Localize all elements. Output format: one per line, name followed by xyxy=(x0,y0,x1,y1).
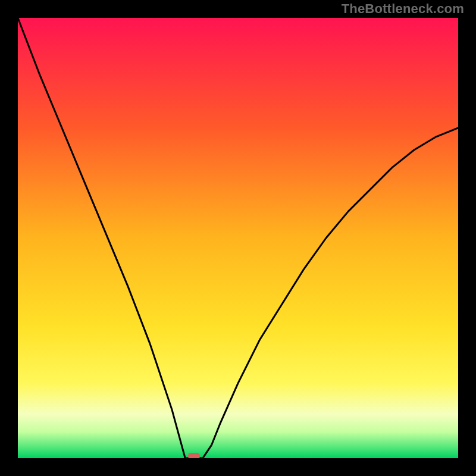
chart-frame: TheBottleneck.com xyxy=(0,0,476,476)
watermark-text: TheBottleneck.com xyxy=(342,1,464,17)
plot-background xyxy=(18,18,458,458)
bottleneck-plot xyxy=(18,18,458,458)
optimal-marker xyxy=(188,453,200,458)
